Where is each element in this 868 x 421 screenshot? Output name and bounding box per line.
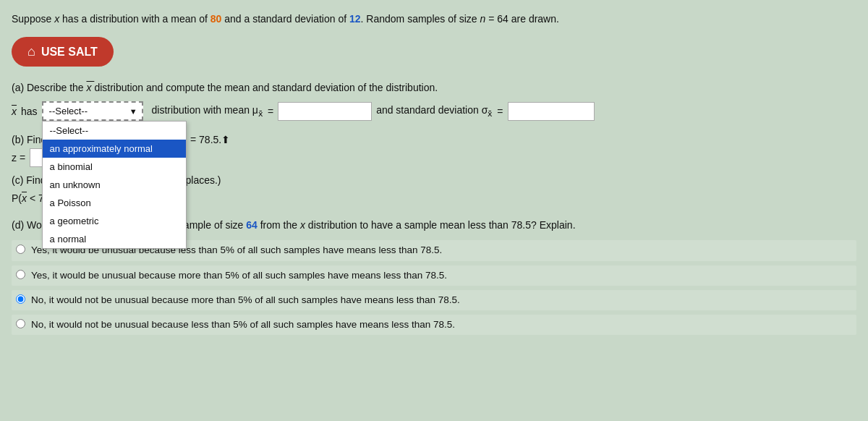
option-approx-normal[interactable]: an approximately normal xyxy=(43,140,186,158)
distribution-select-wrapper: --Select-- ▼ --Select-- an approximately… xyxy=(42,101,143,121)
part-a-row: x has --Select-- ▼ --Select-- an approxi… xyxy=(12,101,856,121)
radio-d4[interactable] xyxy=(16,319,25,328)
option-binomial[interactable]: a binomial xyxy=(43,158,186,176)
z-label: z = xyxy=(12,152,25,163)
intro-text: Suppose x has a distribution with a mean… xyxy=(12,13,210,25)
part-a-label2: distribution and compute the mean and st… xyxy=(94,82,438,93)
intro-text2: and a standard deviation of xyxy=(221,13,349,25)
std-equals: = xyxy=(497,106,503,117)
mean-input[interactable] xyxy=(278,102,372,121)
distribution-label: distribution with mean μx̄ xyxy=(152,104,263,119)
part-b-equals-value: = 78.5.⬆ xyxy=(190,134,230,145)
top-text: Suppose x has a distribution with a mean… xyxy=(12,12,856,27)
radio-option-2: Yes, it would be unusual because more th… xyxy=(12,265,856,286)
salt-icon: ⌂ xyxy=(27,44,35,59)
mean-value: 80 xyxy=(210,13,222,25)
distribution-select-display[interactable]: --Select-- ▼ xyxy=(42,101,143,121)
and-std-label: and standard deviation σx̄ xyxy=(376,104,493,119)
radio-d1[interactable] xyxy=(16,244,25,254)
radio-d2[interactable] xyxy=(16,270,25,279)
radio-option-3: No, it would not be unusual because more… xyxy=(12,290,856,310)
std-input[interactable] xyxy=(508,102,595,121)
chevron-down-icon: ▼ xyxy=(129,107,137,116)
use-salt-label: USE SALT xyxy=(41,46,98,59)
radio-d3-label[interactable]: No, it would not be unusual because more… xyxy=(31,293,460,307)
select-display-text: --Select-- xyxy=(49,106,88,116)
option-select-placeholder[interactable]: --Select-- xyxy=(43,122,186,140)
radio-d2-label[interactable]: Yes, it would be unusual because more th… xyxy=(31,268,447,283)
intro-text3: . Random samples of size n = 64 are draw… xyxy=(361,13,559,25)
option-unknown[interactable]: an unknown xyxy=(43,176,186,194)
x-has-text: has xyxy=(21,106,38,117)
part-a-description: (a) Describe the x distribution and comp… xyxy=(12,80,856,95)
option-poisson[interactable]: a Poisson xyxy=(43,194,186,212)
part-a-xbar: x xyxy=(86,82,94,93)
distribution-dropdown-menu: --Select-- an approximately normal a bin… xyxy=(42,121,187,249)
part-a-section: (a) Describe the x distribution and comp… xyxy=(12,80,856,121)
radio-d4-label[interactable]: No, it would not be unusual because less… xyxy=(31,318,455,332)
part-a-label: (a) Describe the xyxy=(12,82,84,93)
x-has-label: x xyxy=(12,106,17,117)
option-normal[interactable]: a normal xyxy=(43,230,186,248)
mean-equals: = xyxy=(268,106,273,117)
use-salt-button[interactable]: ⌂ USE SALT xyxy=(12,37,114,67)
radio-option-4: No, it would not be unusual because less… xyxy=(12,315,856,335)
radio-d3[interactable] xyxy=(16,294,25,304)
stddev-value: 12 xyxy=(349,13,361,25)
option-geometric[interactable]: a geometric xyxy=(43,212,186,230)
